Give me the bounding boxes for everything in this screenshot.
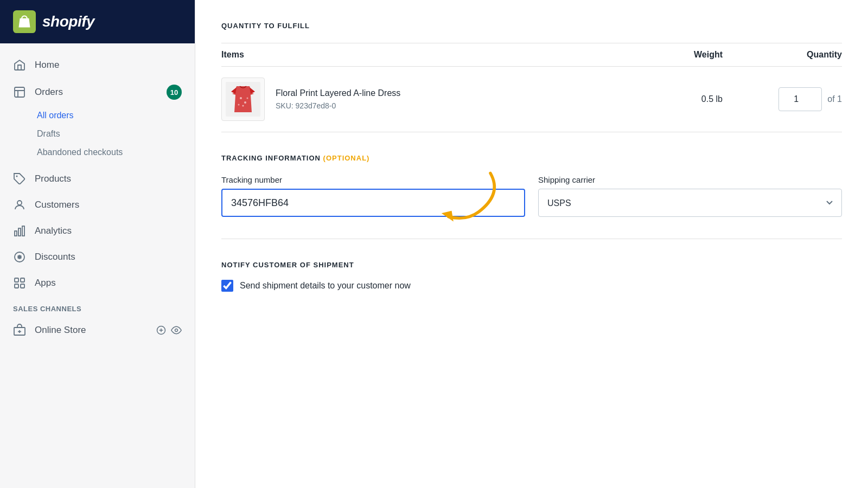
shipping-carrier-label: Shipping carrier (538, 175, 842, 184)
shipping-carrier-field: Shipping carrier USPS FedEx UPS DHL (538, 175, 842, 217)
svg-point-18 (240, 97, 242, 99)
sidebar: shopify Home Orders 10 All orders Drafts… (0, 0, 195, 488)
sidebar-item-discounts-label: Discounts (35, 252, 182, 262)
product-image (221, 78, 265, 121)
sidebar-item-analytics[interactable]: Analytics (0, 218, 195, 244)
tracking-section: TRACKING INFORMATION (OPTIONAL) Tracking… (221, 154, 842, 217)
svg-rect-10 (15, 284, 18, 288)
notify-section: NOTIFY CUSTOMER OF SHIPMENT Send shipmen… (221, 261, 842, 292)
apps-icon (13, 277, 26, 290)
svg-point-21 (238, 104, 240, 106)
item-details: Floral Print Layered A-line Dress SKU: 9… (276, 88, 636, 110)
add-channel-icon[interactable] (156, 325, 167, 336)
sub-nav-drafts[interactable]: Drafts (0, 125, 195, 143)
home-icon (13, 59, 26, 72)
notify-section-title: NOTIFY CUSTOMER OF SHIPMENT (221, 261, 842, 269)
item-weight: 0.5 lb (636, 94, 723, 104)
sidebar-item-orders[interactable]: Orders 10 (0, 78, 195, 106)
customers-icon (13, 198, 26, 211)
shopify-bag-icon (13, 10, 36, 33)
table-row: Floral Print Layered A-line Dress SKU: 9… (221, 67, 842, 132)
notify-checkbox[interactable] (221, 280, 233, 292)
tracking-section-title: TRACKING INFORMATION (OPTIONAL) (221, 154, 842, 162)
analytics-icon (13, 224, 26, 237)
col-items-header: Items (221, 50, 636, 60)
svg-point-19 (244, 101, 246, 104)
sub-nav-all-orders[interactable]: All orders (0, 106, 195, 125)
svg-rect-1 (15, 87, 24, 97)
quantity-input[interactable] (778, 87, 822, 111)
tracking-fields: Tracking number Shipping carrier USPS Fe… (221, 175, 842, 217)
sidebar-item-apps[interactable]: Apps (0, 270, 195, 296)
sidebar-nav: Home Orders 10 All orders Drafts Abandon… (0, 43, 195, 488)
svg-point-22 (247, 98, 248, 99)
orders-badge: 10 (167, 85, 182, 100)
svg-rect-6 (22, 226, 24, 236)
tracking-number-label: Tracking number (221, 175, 525, 184)
svg-point-3 (17, 201, 22, 205)
notify-label: Send shipment details to your customer n… (240, 281, 411, 291)
sidebar-item-customers-label: Customers (35, 200, 182, 210)
item-name: Floral Print Layered A-line Dress (276, 88, 636, 98)
eye-icon[interactable] (171, 325, 182, 336)
products-icon (13, 172, 26, 185)
shipping-carrier-select[interactable]: USPS FedEx UPS DHL (538, 189, 842, 217)
main-content: QUANTITY TO FULFILL Items Weight Quantit… (195, 0, 868, 488)
sidebar-item-analytics-label: Analytics (35, 226, 182, 236)
items-table: Items Weight Quantity (221, 43, 842, 132)
online-store-label: Online Store (35, 325, 86, 336)
sidebar-item-discounts[interactable]: Discounts (0, 244, 195, 270)
col-weight-header: Weight (636, 50, 723, 60)
sidebar-item-home-label: Home (35, 60, 182, 70)
sales-channels-label: SALES CHANNELS (0, 296, 195, 317)
discounts-icon (13, 251, 26, 264)
svg-rect-9 (21, 278, 24, 282)
item-quantity: of 1 (723, 87, 842, 111)
svg-rect-5 (18, 228, 21, 236)
svg-rect-11 (21, 284, 24, 288)
section-divider (221, 239, 842, 239)
svg-point-2 (16, 176, 18, 177)
tracking-number-field: Tracking number (221, 175, 525, 217)
quantity-of: of 1 (827, 94, 842, 104)
col-quantity-header: Quantity (723, 50, 842, 60)
orders-sub-nav: All orders Drafts Abandoned checkouts (0, 106, 195, 166)
shopify-wordmark: shopify (42, 13, 94, 30)
sidebar-item-online-store[interactable]: Online Store (0, 317, 195, 343)
sidebar-item-home[interactable]: Home (0, 52, 195, 78)
online-store-right-icons (156, 325, 182, 336)
sidebar-item-apps-label: Apps (35, 278, 182, 288)
sidebar-item-products[interactable]: Products (0, 166, 195, 192)
sidebar-header: shopify (0, 0, 195, 43)
svg-rect-4 (15, 231, 17, 236)
dress-image (226, 82, 260, 117)
items-table-header: Items Weight Quantity (221, 43, 842, 67)
svg-point-20 (242, 105, 244, 107)
tracking-optional-label: (OPTIONAL) (323, 154, 370, 162)
svg-rect-8 (15, 278, 18, 282)
svg-point-16 (175, 329, 178, 332)
item-sku: SKU: 923d7ed8-0 (276, 101, 636, 110)
sidebar-item-orders-label: Orders (35, 87, 158, 98)
orders-icon (13, 86, 26, 99)
sidebar-item-products-label: Products (35, 174, 182, 184)
sidebar-item-customers[interactable]: Customers (0, 192, 195, 218)
quantity-section-title: QUANTITY TO FULFILL (221, 22, 842, 30)
sub-nav-abandoned[interactable]: Abandoned checkouts (0, 143, 195, 162)
notify-row: Send shipment details to your customer n… (221, 280, 842, 292)
store-icon (13, 324, 26, 337)
tracking-number-input[interactable] (221, 189, 525, 217)
